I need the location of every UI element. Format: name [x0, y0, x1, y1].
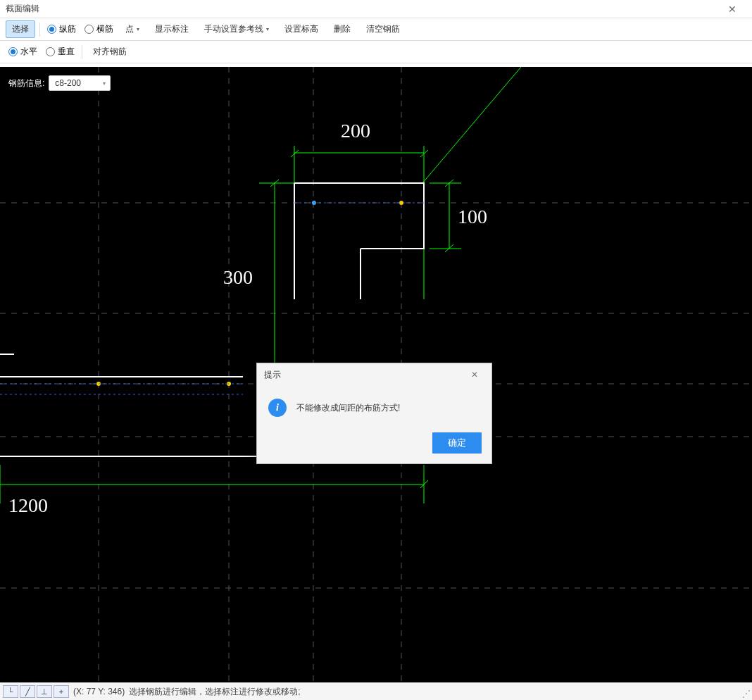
- snap-cross-icon[interactable]: +: [54, 685, 69, 698]
- vertical-radio[interactable]: 垂直: [43, 44, 77, 59]
- dialog-close-button[interactable]: ✕: [465, 366, 484, 383]
- svg-line-33: [422, 67, 521, 183]
- delete-button[interactable]: 删除: [327, 20, 357, 38]
- manual-ref-line-label: 手动设置参考线: [204, 23, 263, 35]
- dialog-titlebar: 提示 ✕: [257, 363, 491, 386]
- delete-label: 删除: [334, 23, 351, 35]
- select-tool-label: 选择: [12, 23, 29, 35]
- dialog-ok-button[interactable]: 确定: [432, 432, 482, 454]
- chevron-down-icon: ▾: [137, 26, 139, 32]
- secondary-toolbar: 水平 垂直 对齐钢筋: [0, 41, 752, 63]
- radio-icon: [8, 47, 18, 56]
- titlebar: 截面编辑 ✕: [0, 0, 752, 18]
- snap-perp-icon[interactable]: ⊥: [37, 685, 52, 698]
- point-label: 点: [125, 23, 134, 35]
- horizontal-label: 水平: [20, 46, 37, 58]
- clear-rebar-label: 清空钢筋: [366, 23, 400, 35]
- chevron-down-icon: ▾: [266, 26, 269, 32]
- status-hint: 选择钢筋进行编辑，选择标注进行修改或移动;: [129, 686, 300, 698]
- horizontal-rebar-radio[interactable]: 横筋: [82, 22, 116, 37]
- dialog-title-text: 提示: [264, 369, 281, 381]
- dimension-1200: 1200: [8, 494, 48, 516]
- status-coords: (X: 77 Y: 346): [73, 687, 125, 696]
- dialog-footer: 确定: [257, 425, 491, 463]
- snap-endpoint-icon[interactable]: └: [3, 685, 18, 698]
- drawing-canvas[interactable]: 200 100 300 120 1200 钢筋信息: c8-200 提示 ✕ i…: [0, 67, 752, 682]
- dialog-body: i 不能修改成间距的布筋方式!: [257, 386, 491, 425]
- vertical-rebar-label: 纵筋: [59, 23, 76, 35]
- close-icon: ✕: [728, 4, 737, 15]
- resize-grip-icon[interactable]: ⋰: [742, 689, 751, 699]
- radio-icon: [46, 47, 55, 56]
- show-annotation-label: 显示标注: [155, 23, 189, 35]
- set-elevation-label: 设置标高: [284, 23, 318, 35]
- alert-dialog: 提示 ✕ i 不能修改成间距的布筋方式! 确定: [256, 363, 492, 464]
- rebar-info-select[interactable]: c8-200: [49, 75, 111, 91]
- dialog-message: 不能修改成间距的布筋方式!: [296, 402, 400, 414]
- show-annotation-button[interactable]: 显示标注: [149, 20, 195, 38]
- window-close-button[interactable]: ✕: [718, 0, 746, 18]
- toolbar-divider: [82, 45, 82, 59]
- manual-ref-line-dropdown[interactable]: 手动设置参考线 ▾: [198, 20, 275, 38]
- status-bar: └ ╱ ⊥ + (X: 77 Y: 346) 选择钢筋进行编辑，选择标注进行修改…: [0, 682, 752, 700]
- close-icon: ✕: [471, 370, 478, 380]
- rebar-info-label: 钢筋信息:: [8, 77, 44, 89]
- rebar-info-value: c8-200: [55, 78, 81, 88]
- horizontal-radio[interactable]: 水平: [6, 44, 40, 59]
- radio-icon: [47, 25, 56, 34]
- info-icon: i: [268, 399, 287, 417]
- set-elevation-button[interactable]: 设置标高: [278, 20, 325, 38]
- point-dropdown[interactable]: 点 ▾: [119, 20, 146, 38]
- rebar-info-overlay: 钢筋信息: c8-200: [8, 75, 111, 91]
- snap-line-icon[interactable]: ╱: [20, 685, 35, 698]
- dimension-300: 300: [223, 266, 253, 288]
- clear-rebar-button[interactable]: 清空钢筋: [360, 20, 406, 38]
- dimension-200: 200: [341, 120, 370, 142]
- align-rebar-button[interactable]: 对齐钢筋: [87, 43, 133, 61]
- dialog-ok-label: 确定: [448, 437, 466, 448]
- horizontal-rebar-label: 横筋: [96, 23, 113, 35]
- radio-icon: [84, 25, 94, 34]
- vertical-label: 垂直: [58, 46, 75, 58]
- align-rebar-label: 对齐钢筋: [93, 46, 127, 58]
- window-title: 截面编辑: [6, 3, 39, 15]
- main-toolbar: 选择 纵筋 横筋 点 ▾ 显示标注 手动设置参考线 ▾ 设置标高 删除 清空钢筋: [0, 18, 752, 41]
- vertical-rebar-radio[interactable]: 纵筋: [44, 22, 79, 37]
- dimension-100: 100: [458, 206, 487, 227]
- toolbar-divider: [39, 23, 40, 37]
- select-tool-button[interactable]: 选择: [6, 20, 35, 38]
